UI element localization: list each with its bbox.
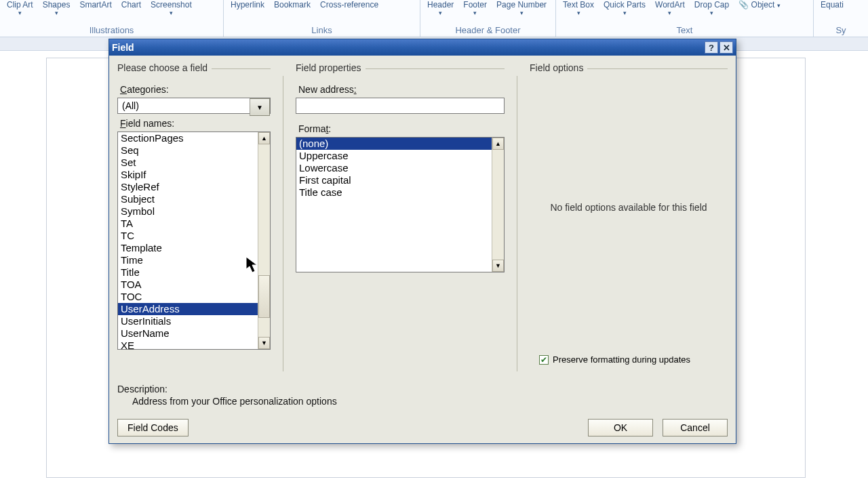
ribbon-item-clipart[interactable]: Clip Art▾ — [4, 0, 36, 16]
cancel-button[interactable]: Cancel — [663, 419, 728, 436]
field-properties-label: Field properties — [296, 62, 361, 73]
ribbon-group-label: Sy — [818, 25, 864, 37]
scrollbar[interactable]: ▲ ▼ — [492, 138, 504, 272]
scroll-down-icon[interactable]: ▼ — [492, 260, 504, 272]
scrollbar[interactable]: ▲ ▼ — [258, 132, 270, 349]
scroll-up-icon[interactable]: ▲ — [258, 132, 270, 144]
close-button[interactable]: ✕ — [719, 41, 733, 54]
list-item[interactable]: XE — [118, 340, 258, 349]
ribbon-item-wordart[interactable]: WordArt▾ — [652, 0, 688, 16]
categories-label: Categories: — [120, 84, 271, 95]
list-item[interactable]: Seq — [118, 144, 258, 157]
description-text: Address from your Office personalization… — [132, 396, 728, 407]
preserve-formatting-checkbox[interactable]: ✔ Preserve formatting during updates — [539, 354, 728, 365]
divider — [517, 76, 517, 371]
list-item[interactable]: (none) — [296, 138, 492, 150]
list-item[interactable]: UserAddress — [118, 303, 258, 315]
ribbon-item-object[interactable]: 📎 Object ▾ — [736, 0, 783, 9]
list-item[interactable]: First capital — [296, 174, 492, 186]
ribbon-group-illustrations: Clip Art▾ Shapes▾ SmartArt Chart Screens… — [0, 0, 224, 37]
list-item[interactable]: Time — [118, 254, 258, 266]
ribbon: Clip Art▾ Shapes▾ SmartArt Chart Screens… — [0, 0, 868, 37]
ok-button[interactable]: OK — [588, 419, 653, 436]
list-item[interactable]: TA — [118, 218, 258, 230]
scroll-down-icon[interactable]: ▼ — [258, 337, 270, 349]
list-item[interactable]: Lowercase — [296, 162, 492, 174]
ribbon-item-textbox[interactable]: Text Box▾ — [560, 0, 597, 16]
ribbon-item-chart[interactable]: Chart — [119, 0, 144, 9]
format-list[interactable]: (none)UppercaseLowercaseFirst capitalTit… — [296, 137, 505, 272]
list-item[interactable]: Symbol — [118, 205, 258, 218]
no-options-message: No field options available for this fiel… — [530, 202, 728, 213]
checkbox-icon[interactable]: ✔ — [539, 355, 549, 365]
ribbon-item-equation[interactable]: Equati — [818, 0, 846, 9]
field-dialog: Field ? ✕ Please choose a field Categori… — [108, 39, 736, 444]
scroll-up-icon[interactable]: ▲ — [492, 138, 504, 150]
ribbon-group-text: Text Box▾ Quick Parts▾ WordArt▾ Drop Cap… — [556, 0, 814, 37]
ribbon-group-links: Hyperlink Bookmark Cross-reference Links — [224, 0, 420, 37]
categories-combo[interactable]: (All) ▼ — [117, 98, 271, 114]
ribbon-item-hyperlink[interactable]: Hyperlink — [228, 0, 267, 9]
preserve-label: Preserve formatting during updates — [553, 354, 690, 365]
list-item[interactable]: TOA — [118, 279, 258, 291]
list-item[interactable]: SectionPages — [118, 132, 258, 144]
list-item[interactable]: StyleRef — [118, 181, 258, 193]
ribbon-item-pagenumber[interactable]: Page Number▾ — [494, 0, 549, 16]
field-codes-button[interactable]: Field Codes — [117, 419, 189, 436]
list-item[interactable]: TOC — [118, 291, 258, 303]
ribbon-item-header[interactable]: Header▾ — [425, 0, 456, 16]
ribbon-item-bookmark[interactable]: Bookmark — [271, 0, 313, 9]
list-item[interactable]: Uppercase — [296, 150, 492, 162]
divider — [283, 76, 283, 371]
list-item[interactable]: Title case — [296, 186, 492, 199]
ribbon-group-label: Illustrations — [4, 25, 219, 37]
fieldnames-label: Field names: — [120, 118, 271, 129]
dialog-title: Field — [112, 42, 134, 53]
ribbon-item-quickparts[interactable]: Quick Parts▾ — [601, 0, 648, 16]
list-item[interactable]: UserName — [118, 327, 258, 340]
ribbon-group-headerfooter: Header▾ Footer▾ Page Number▾ Header & Fo… — [420, 0, 556, 37]
help-button[interactable]: ? — [705, 41, 718, 54]
ribbon-item-shapes[interactable]: Shapes▾ — [40, 0, 73, 16]
categories-value: (All) — [118, 98, 250, 113]
dialog-titlebar[interactable]: Field ? ✕ — [109, 39, 736, 56]
list-item[interactable]: Template — [118, 242, 258, 254]
chevron-down-icon[interactable]: ▼ — [250, 98, 270, 116]
ribbon-group-label: Header & Footer — [425, 25, 551, 37]
field-names-list[interactable]: SectionPagesSeqSetSkipIfStyleRefSubjectS… — [117, 131, 271, 350]
ribbon-group-label: Links — [228, 25, 416, 37]
list-item[interactable]: Subject — [118, 193, 258, 205]
new-address-label: New address: — [298, 84, 505, 95]
list-item[interactable]: Title — [118, 266, 258, 279]
ribbon-item-smartart[interactable]: SmartArt — [77, 0, 114, 9]
ribbon-group-label: Text — [560, 25, 809, 37]
new-address-input[interactable] — [296, 98, 505, 114]
list-item[interactable]: SkipIf — [118, 169, 258, 181]
ribbon-item-footer[interactable]: Footer▾ — [460, 0, 490, 16]
description-label: Description: — [117, 384, 728, 394]
choose-field-label: Please choose a field — [117, 62, 208, 73]
list-item[interactable]: TC — [118, 230, 258, 242]
ribbon-group-symbols: Equati Sy — [814, 0, 868, 37]
list-item[interactable]: Set — [118, 157, 258, 169]
format-label: Format: — [298, 123, 505, 134]
ribbon-item-crossref[interactable]: Cross-reference — [317, 0, 381, 9]
list-item[interactable]: UserInitials — [118, 315, 258, 327]
ribbon-item-dropcap[interactable]: Drop Cap▾ — [692, 0, 732, 16]
field-options-label: Field options — [530, 62, 583, 73]
ribbon-item-screenshot[interactable]: Screenshot▾ — [148, 0, 195, 16]
